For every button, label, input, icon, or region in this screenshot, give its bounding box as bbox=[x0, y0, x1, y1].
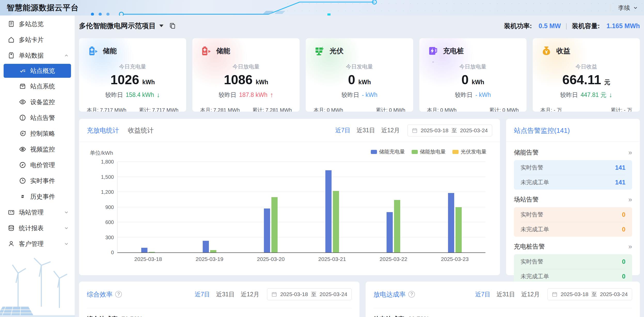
alarm-row: 未完成工单 0 bbox=[521, 222, 625, 237]
double-chevron-right-icon[interactable]: » bbox=[629, 243, 632, 250]
month-label: 本月: bbox=[87, 107, 99, 112]
alarm-row-label: 实时告警 bbox=[521, 258, 543, 266]
sidebar-item-label: 实时事件 bbox=[30, 177, 69, 185]
card-title: 收益 bbox=[556, 46, 570, 56]
date-separator: 至 bbox=[452, 127, 457, 134]
compare-value: - kWh bbox=[362, 91, 377, 98]
compare-value: 447.81 元 bbox=[581, 91, 607, 99]
help-icon[interactable]: ? bbox=[408, 291, 415, 298]
cumulative-total: 累计: 7.281 MWh bbox=[252, 107, 292, 112]
month-total: 本月: - 万 bbox=[540, 107, 562, 112]
legend-item-光伏发电量[interactable]: 光伏发电量 bbox=[452, 148, 486, 155]
revenue-card: 收益 今日收益 664.11元 较昨日 447.81 元 本月: - 万 累计:… bbox=[533, 38, 640, 112]
range-31d[interactable]: 近31日 bbox=[216, 290, 235, 298]
month-value: 0 MWh bbox=[440, 107, 457, 112]
date-range-picker[interactable]: 2025-03-18 至 2025-03-24 bbox=[407, 125, 492, 136]
legend-item-储能放电量[interactable]: 储能放电量 bbox=[412, 148, 446, 155]
tab-revenue-stats[interactable]: 收益统计 bbox=[128, 126, 154, 135]
date-range-picker[interactable]: 2025-03-18 至 2025-03-24 bbox=[267, 288, 352, 300]
chart-plot: 03006009001,2001,5001,8002025-03-182025-… bbox=[117, 162, 485, 253]
double-chevron-right-icon[interactable]: » bbox=[629, 196, 632, 203]
y-axis-unit-label: 单位/kWh bbox=[90, 149, 113, 157]
y-axis-tick-label: 0 bbox=[111, 250, 114, 256]
total-value: - 万 bbox=[624, 107, 632, 112]
compare-value: 158.4 kWh bbox=[126, 91, 154, 98]
range-7d[interactable]: 近7日 bbox=[335, 126, 350, 134]
cumulative-total: 累计: 0 MWh bbox=[376, 107, 405, 112]
chevron-up-icon bbox=[64, 53, 69, 58]
panel-title: 放电达成率 bbox=[373, 290, 406, 299]
sidebar-item-label: 控制策略 bbox=[30, 129, 69, 138]
bar-group bbox=[363, 162, 424, 252]
range-12m[interactable]: 近12月 bbox=[241, 290, 260, 298]
money-bag-icon bbox=[540, 45, 552, 57]
charging-pile-icon bbox=[427, 45, 439, 57]
alarm-row-value: 141 bbox=[615, 164, 625, 171]
x-axis-tick-label: 2025-03-22 bbox=[363, 256, 424, 262]
sidebar-item-device-monitoring[interactable]: 设备监控 bbox=[0, 95, 75, 109]
metric-value: 1026 bbox=[111, 73, 139, 87]
tab-charge-discharge-stats[interactable]: 充放电统计 bbox=[87, 126, 119, 135]
date-range-picker[interactable]: 2025-03-18 至 2025-03-24 bbox=[547, 288, 632, 300]
date-from: 2025-03-18 bbox=[561, 291, 588, 297]
alarm-row-value: 0 bbox=[622, 258, 625, 265]
sidebar-item-label: 历史事件 bbox=[30, 192, 69, 201]
metric-unit: kWh bbox=[256, 79, 268, 86]
help-icon[interactable]: ? bbox=[115, 291, 122, 298]
range-12m[interactable]: 近12月 bbox=[381, 126, 400, 134]
range-7d[interactable]: 近7日 bbox=[475, 290, 490, 298]
battery-discharge-icon bbox=[200, 45, 212, 57]
total-value: 7.281 MWh bbox=[265, 107, 292, 112]
chevron-down-icon bbox=[64, 226, 69, 231]
month-value: 7.281 MWh bbox=[213, 107, 240, 112]
compare-label: 较昨日 bbox=[455, 91, 473, 99]
sidebar-item-site-alarms[interactable]: 站点告警 bbox=[0, 110, 75, 125]
y-axis-tick-label: 1,200 bbox=[101, 189, 114, 195]
double-chevron-right-icon[interactable]: » bbox=[629, 149, 632, 156]
legend-item-储能充电量[interactable]: 储能充电量 bbox=[371, 148, 405, 155]
chart-legend: 储能充电量储能放电量光伏发电量 bbox=[371, 148, 486, 155]
sidebar-group-single-station-data[interactable]: 单站数据 bbox=[0, 48, 75, 63]
month-label: 本月: bbox=[313, 107, 325, 112]
app-header: 智慧能源数据云平台 李续 bbox=[0, 0, 644, 16]
calendar-icon bbox=[552, 291, 557, 297]
checklist-icon bbox=[19, 67, 26, 74]
copy-icon[interactable] bbox=[169, 22, 176, 29]
sidebar: 多站总览 多站卡片 单站数据 站点概览 站点系统 设备监控 bbox=[0, 16, 75, 317]
eye-icon bbox=[19, 98, 26, 105]
installed-capacity-value: 1.165 MWh bbox=[607, 22, 640, 30]
date-to: 2025-03-24 bbox=[600, 291, 628, 297]
sidebar-item-site-system[interactable]: 站点系统 bbox=[0, 79, 75, 94]
user-menu[interactable]: 李续 bbox=[610, 0, 638, 16]
total-label: 累计: bbox=[252, 107, 264, 112]
range-31d[interactable]: 近31日 bbox=[497, 290, 515, 298]
range-12m[interactable]: 近12月 bbox=[521, 290, 540, 298]
storage-discharge-card: 储能 今日放电量 1086kWh 较昨日 187.8 kWh 本月: 7.281… bbox=[192, 38, 300, 112]
sidebar-item-control-strategy[interactable]: 控制策略 bbox=[0, 126, 75, 141]
sidebar-item-multi-station-overview[interactable]: 多站总览 bbox=[0, 17, 75, 31]
total-value: 7.717 MWh bbox=[152, 107, 178, 112]
date-from: 2025-03-18 bbox=[421, 127, 448, 134]
sidebar-item-price-management[interactable]: 电价管理 bbox=[0, 158, 75, 172]
range-7d[interactable]: 近7日 bbox=[195, 290, 210, 298]
sidebar-item-label: 站点系统 bbox=[30, 82, 69, 90]
range-31d[interactable]: 近31日 bbox=[357, 126, 375, 134]
total-value: 0 MWh bbox=[389, 107, 405, 112]
bar-储能放电量 bbox=[271, 197, 278, 253]
sidebar-item-history-events[interactable]: 历史事件 bbox=[0, 189, 75, 204]
discharge-achievement-panel: 放电达成率 ? 近7日 近31日 近12月 2025-03-18 至 2025-… bbox=[366, 282, 640, 317]
sidebar-group-customer-management[interactable]: 客户管理 bbox=[0, 236, 75, 251]
sidebar-group-station-management[interactable]: 场站管理 bbox=[0, 205, 75, 220]
header-divider bbox=[610, 4, 610, 11]
project-selector[interactable]: 多伦智能微电网示范项目 bbox=[79, 21, 176, 30]
sidebar-item-multi-station-cards[interactable]: 多站卡片 bbox=[0, 32, 75, 47]
sidebar-group-statistics-reports[interactable]: 统计报表 bbox=[0, 221, 75, 235]
alarm-row-value: 0 bbox=[622, 273, 625, 280]
sidebar-item-realtime-events[interactable]: 实时事件 bbox=[0, 173, 75, 188]
bar-储能充电量 bbox=[203, 241, 209, 252]
sidebar-item-site-overview[interactable]: 站点概览 bbox=[4, 64, 71, 78]
legend-swatch bbox=[412, 150, 418, 154]
sidebar-item-video-monitoring[interactable]: 视频监控 bbox=[0, 142, 75, 157]
date-to: 2025-03-24 bbox=[460, 127, 488, 134]
bar-储能放电量 bbox=[394, 200, 400, 252]
